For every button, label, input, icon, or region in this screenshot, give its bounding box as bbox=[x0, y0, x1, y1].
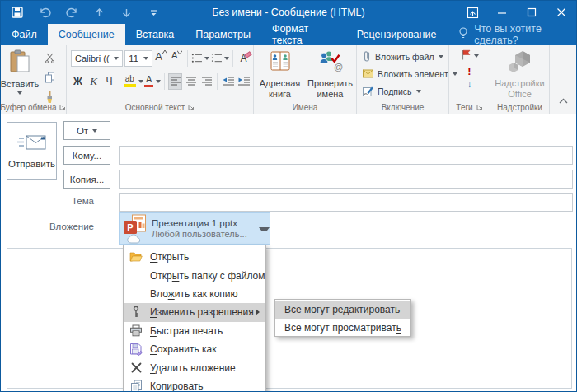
blank-icon bbox=[128, 269, 144, 282]
font-size-dropdown-icon bbox=[143, 57, 148, 60]
align-left-button[interactable] bbox=[168, 73, 182, 90]
send-button[interactable]: Отправить bbox=[7, 122, 57, 180]
font-size-value: 11 bbox=[129, 54, 140, 63]
names-group-label: Имена bbox=[293, 103, 318, 112]
attach-item-button[interactable]: Вложить элемент bbox=[363, 68, 448, 81]
bullets-icon bbox=[191, 53, 203, 63]
flag-icon bbox=[461, 49, 471, 63]
outlook-message-window: Без имени - Сообщение (HTML) Файл Сообще… bbox=[0, 0, 577, 392]
group-names: Адреснаякнига @ Проверитьимена Имена bbox=[254, 45, 357, 114]
align-right-button[interactable] bbox=[199, 73, 213, 90]
attachment-dropdown-icon[interactable] bbox=[259, 227, 270, 231]
close-icon[interactable] bbox=[547, 1, 576, 24]
font-name-value: Calibri (( bbox=[75, 54, 110, 63]
lightbulb-icon bbox=[458, 27, 468, 42]
attach-file-button[interactable]: Вложить файл bbox=[363, 50, 448, 63]
save-as-icon bbox=[128, 343, 144, 356]
increase-indent-button[interactable] bbox=[237, 73, 251, 90]
attach-file-label: Вложить файл bbox=[375, 52, 434, 62]
cut-icon[interactable] bbox=[45, 52, 55, 67]
ribbon-display-options-icon[interactable] bbox=[457, 1, 487, 24]
numbering-button[interactable] bbox=[211, 50, 229, 67]
tab-options[interactable]: Параметры bbox=[185, 24, 261, 45]
bullets-button[interactable] bbox=[191, 50, 209, 67]
menu-item-remove-attachment[interactable]: Удалить вложение bbox=[124, 358, 265, 376]
group-tags: ! ↓ Теги bbox=[449, 45, 490, 114]
signature-button[interactable]: Подпись bbox=[363, 85, 448, 98]
font-size-combo[interactable]: 11 bbox=[124, 50, 152, 67]
decrease-indent-button[interactable] bbox=[221, 73, 235, 90]
menu-item-change-permissions[interactable]: Изменить разрешения bbox=[124, 303, 265, 321]
numbering-icon bbox=[211, 53, 223, 63]
powerpoint-letter: P bbox=[124, 221, 137, 234]
tab-review[interactable]: Рецензирование bbox=[346, 24, 448, 45]
align-center-button[interactable] bbox=[184, 73, 198, 90]
tab-format-text[interactable]: Формат текста bbox=[261, 24, 346, 45]
include-group-label: Включение bbox=[382, 103, 425, 112]
copy-icon[interactable] bbox=[45, 72, 55, 86]
align-center-icon bbox=[185, 77, 197, 86]
menu-item-open[interactable]: Открыть bbox=[124, 248, 265, 266]
check-names-icon: @ bbox=[318, 50, 343, 76]
to-button[interactable]: Кому... bbox=[63, 146, 110, 165]
address-book-label-1: Адресная bbox=[260, 78, 301, 88]
menu-item-open-file-folder[interactable]: Открыть папку с файлом bbox=[124, 266, 265, 284]
compose-form: Отправить От Кому... Копия... Тема Вложе… bbox=[1, 115, 576, 391]
move-down-icon[interactable] bbox=[120, 6, 133, 19]
menu-item-attach-as-copy[interactable]: Вложить как копию bbox=[124, 285, 265, 303]
paperclip-icon bbox=[363, 50, 371, 64]
submenu-item-anyone-can-view[interactable]: Все могут просматривать bbox=[275, 319, 410, 337]
cc-button[interactable]: Копия... bbox=[63, 170, 110, 189]
grow-font-button[interactable]: А bbox=[154, 50, 168, 67]
cc-input[interactable] bbox=[119, 170, 573, 189]
undo-icon[interactable] bbox=[38, 6, 51, 19]
menu-item-quick-print[interactable]: Быстрая печать bbox=[124, 322, 265, 340]
underline-button[interactable]: Ч bbox=[102, 73, 116, 90]
follow-up-button[interactable] bbox=[461, 49, 479, 63]
bold-button[interactable]: Ж bbox=[71, 73, 85, 90]
tab-insert[interactable]: Вставка bbox=[125, 24, 185, 45]
maximize-icon[interactable] bbox=[517, 1, 547, 24]
paste-clipboard-icon bbox=[8, 49, 31, 77]
subject-input[interactable] bbox=[119, 193, 573, 212]
move-up-icon[interactable] bbox=[92, 6, 106, 19]
redo-icon[interactable] bbox=[65, 6, 78, 19]
text-highlight-button[interactable]: ab bbox=[124, 73, 143, 90]
send-envelope-icon bbox=[17, 133, 47, 153]
grow-font-arrow-icon bbox=[162, 50, 167, 54]
font-name-dropdown-icon bbox=[114, 57, 119, 60]
tell-me-box[interactable]: Что вы хотите сделать? bbox=[458, 24, 576, 45]
paste-dropdown-icon bbox=[17, 91, 22, 95]
attachment-label: Вложение bbox=[1, 222, 94, 231]
menu-item-save-as[interactable]: Сохранить как bbox=[124, 340, 265, 358]
italic-button[interactable]: К bbox=[87, 73, 101, 90]
basic-text-dialog-launcher-icon[interactable] bbox=[188, 103, 195, 112]
customize-qat-icon[interactable] bbox=[147, 6, 160, 19]
group-basic-text: Calibri (( 11 А А bbox=[67, 45, 254, 114]
high-importance-button[interactable]: ! bbox=[467, 66, 471, 77]
attachment-chip[interactable]: P Презентация 1.pptx Любой пользователь.… bbox=[119, 212, 270, 245]
tags-dialog-launcher-icon[interactable] bbox=[476, 103, 483, 112]
low-importance-button[interactable]: ↓ bbox=[467, 79, 472, 89]
check-names-label-1: Проверить bbox=[307, 78, 353, 88]
to-input[interactable] bbox=[119, 146, 573, 165]
open-folder-icon bbox=[128, 250, 144, 264]
tab-file[interactable]: Файл bbox=[1, 24, 48, 45]
decrease-indent-icon bbox=[222, 77, 235, 86]
address-book-label-2: книга bbox=[269, 89, 291, 99]
tags-group-label: Теги bbox=[456, 103, 472, 112]
blank-icon bbox=[128, 287, 144, 301]
submenu-item-anyone-can-edit[interactable]: Все могут редактировать bbox=[275, 301, 410, 319]
minimize-icon[interactable] bbox=[487, 1, 517, 24]
font-name-combo[interactable]: Calibri (( bbox=[71, 50, 123, 67]
attachment-context-menu: ОткрытьОткрыть папку с файломВложить как… bbox=[123, 245, 266, 392]
collapse-ribbon-icon[interactable] bbox=[559, 92, 568, 107]
shrink-font-button[interactable]: А bbox=[170, 50, 184, 67]
font-color-button[interactable]: А bbox=[144, 73, 161, 90]
menu-item-copy[interactable]: Копировать bbox=[124, 377, 265, 392]
save-icon[interactable] bbox=[11, 6, 24, 19]
clipboard-dialog-launcher-icon[interactable] bbox=[59, 103, 66, 112]
tab-message[interactable]: Сообщение bbox=[48, 24, 125, 45]
from-button[interactable]: От bbox=[63, 121, 110, 140]
clear-formatting-button[interactable]: А bbox=[237, 50, 251, 67]
